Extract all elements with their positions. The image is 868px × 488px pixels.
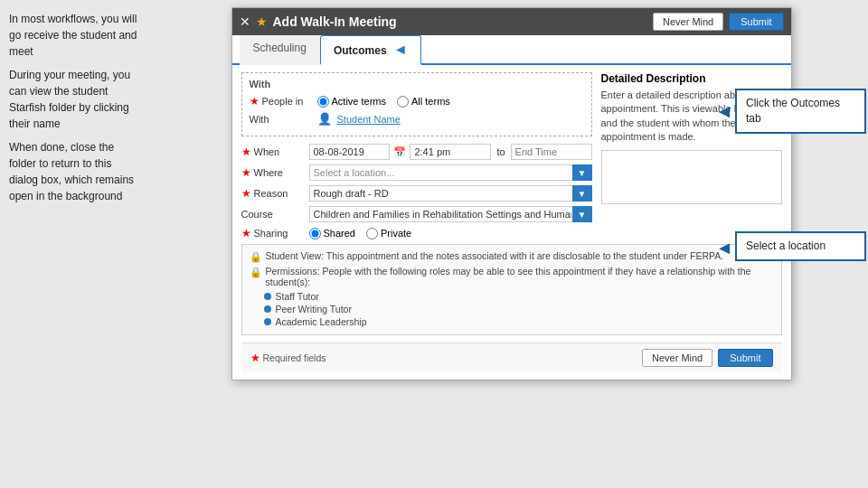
- roles-list: Staff Tutor Peer Writing Tutor Academic …: [264, 291, 774, 327]
- tab-outcomes[interactable]: Outcomes ◄: [320, 35, 421, 65]
- where-select-wrapper: Select a location... ▼: [309, 164, 592, 181]
- time-separator: to: [495, 146, 506, 157]
- required-star-when: ★: [241, 145, 251, 158]
- course-select[interactable]: Children and Families in Rehabilitation …: [309, 206, 592, 222]
- footer-submit-button[interactable]: Submit: [718, 349, 772, 367]
- tab-scheduling[interactable]: Scheduling: [240, 35, 320, 65]
- permissions-row: 🔒 Permissions: People with the following…: [250, 266, 774, 287]
- modal-wrapper: ✕ ★ Add Walk-In Meeting Never Mind Submi…: [156, 7, 866, 380]
- sidebar-text-3: When done, close the folder to return to…: [9, 139, 140, 204]
- body-two-col: With ★ People in Active terms: [241, 72, 782, 244]
- left-column: With ★ People in Active terms: [241, 72, 592, 244]
- people-in-label: ★ People in: [250, 95, 317, 108]
- when-row: ★ When 📅 to: [241, 144, 592, 160]
- callout-outcomes: Click the Outcomes tab: [735, 89, 866, 134]
- where-select[interactable]: Select a location...: [309, 164, 592, 181]
- modal-title: Add Walk-In Meeting: [273, 14, 397, 29]
- role-dot-2: [264, 305, 271, 313]
- when-label: ★ When: [241, 145, 309, 158]
- sidebar-text-2: During your meeting, you can view the st…: [9, 67, 140, 132]
- detail-description-title: Detailed Description: [601, 72, 782, 85]
- role-item-1: Staff Tutor: [264, 291, 774, 302]
- sharing-radios: Shared Private: [309, 228, 592, 239]
- radio-active-terms[interactable]: Active terms: [317, 96, 387, 108]
- tab-arrow-icon: ◄: [393, 42, 408, 57]
- student-view-row: 🔒 Student View: This appointment and the…: [250, 250, 774, 263]
- callout-location: Select a location: [735, 231, 866, 261]
- lock-icon-1: 🔒: [250, 251, 262, 263]
- lock-icon-2: 🔒: [250, 267, 262, 278]
- reason-row: ★ Reason Rough draft - RD ▼: [241, 185, 592, 202]
- role-item-2: Peer Writing Tutor: [264, 304, 774, 314]
- footer-required-star: ★: [250, 352, 260, 364]
- course-label: Course: [241, 209, 309, 220]
- modal-close-button[interactable]: ✕: [240, 15, 250, 28]
- required-star-sharing: ★: [241, 227, 251, 239]
- course-row: Course Children and Families in Rehabili…: [241, 206, 592, 222]
- with-label: With: [250, 114, 317, 125]
- modal-dialog: ✕ ★ Add Walk-In Meeting Never Mind Submi…: [231, 7, 792, 380]
- role-item-3: Academic Leadership: [264, 316, 774, 327]
- header-never-mind-button[interactable]: Never Mind: [653, 13, 723, 31]
- where-label: ★ Where: [241, 166, 309, 179]
- date-input[interactable]: [309, 144, 391, 160]
- main-area: ✕ ★ Add Walk-In Meeting Never Mind Submi…: [149, 0, 868, 488]
- calendar-icon[interactable]: 📅: [393, 146, 406, 158]
- header-submit-button[interactable]: Submit: [729, 13, 783, 31]
- radio-private[interactable]: Private: [366, 228, 411, 239]
- with-section-title: With: [250, 79, 584, 89]
- where-row: ★ Where Select a location... ▼: [241, 164, 592, 181]
- end-time-input[interactable]: [511, 144, 592, 160]
- info-section: 🔒 Student View: This appointment and the…: [241, 244, 782, 335]
- callout-outcomes-text: Click the Outcomes tab: [746, 97, 840, 125]
- people-in-row: ★ People in Active terms All terms: [250, 95, 584, 108]
- course-select-wrapper: Children and Families in Rehabilitation …: [309, 206, 592, 222]
- titlebar-left: ✕ ★ Add Walk-In Meeting: [240, 14, 397, 29]
- modal-titlebar: ✕ ★ Add Walk-In Meeting Never Mind Submi…: [232, 8, 791, 35]
- people-in-radios: Active terms All terms: [317, 96, 584, 108]
- modal-body: With ★ People in Active terms: [232, 65, 791, 380]
- permissions-text: Permissions: People with the following r…: [266, 266, 774, 287]
- modal-footer: ★ Required fields Never Mind Submit: [241, 343, 782, 372]
- with-row: With 👤 Student Name: [250, 112, 584, 126]
- role-dot-3: [264, 318, 271, 325]
- when-inputs: 📅 to: [309, 144, 592, 160]
- reason-select-wrapper: Rough draft - RD ▼: [309, 185, 592, 202]
- tabs-bar: Scheduling Outcomes ◄: [232, 35, 791, 65]
- required-star-where: ★: [241, 166, 251, 179]
- required-fields-note: ★ Required fields: [250, 352, 326, 364]
- detail-textarea[interactable]: [601, 150, 782, 204]
- reason-label: ★ Reason: [241, 187, 309, 200]
- sharing-row: ★ Sharing Shared Private: [241, 227, 592, 239]
- radio-shared[interactable]: Shared: [309, 228, 355, 239]
- student-view-text: Student View: This appointment and the n…: [266, 250, 724, 261]
- required-star-people: ★: [250, 95, 259, 108]
- sharing-label: ★ Sharing: [241, 227, 309, 239]
- titlebar-icon: ★: [256, 14, 268, 29]
- student-name-link[interactable]: Student Name: [337, 114, 401, 125]
- reason-select[interactable]: Rough draft - RD: [309, 185, 592, 202]
- footer-never-mind-button[interactable]: Never Mind: [642, 349, 712, 367]
- header-buttons: Never Mind Submit: [653, 13, 784, 31]
- footer-buttons: Never Mind Submit: [642, 349, 773, 367]
- role-dot-1: [264, 293, 271, 300]
- radio-all-terms[interactable]: All terms: [397, 96, 450, 108]
- arrow-to-outcomes: ◄: [715, 101, 733, 122]
- arrow-to-location: ◄: [715, 238, 733, 258]
- required-star-reason: ★: [241, 187, 251, 200]
- with-section: With ★ People in Active terms: [241, 72, 592, 136]
- callout-location-text: Select a location: [746, 239, 826, 252]
- time-input[interactable]: [410, 144, 491, 160]
- sidebar: In most workflows, you will go receive t…: [0, 0, 149, 488]
- sidebar-text-1: In most workflows, you will go receive t…: [9, 11, 140, 60]
